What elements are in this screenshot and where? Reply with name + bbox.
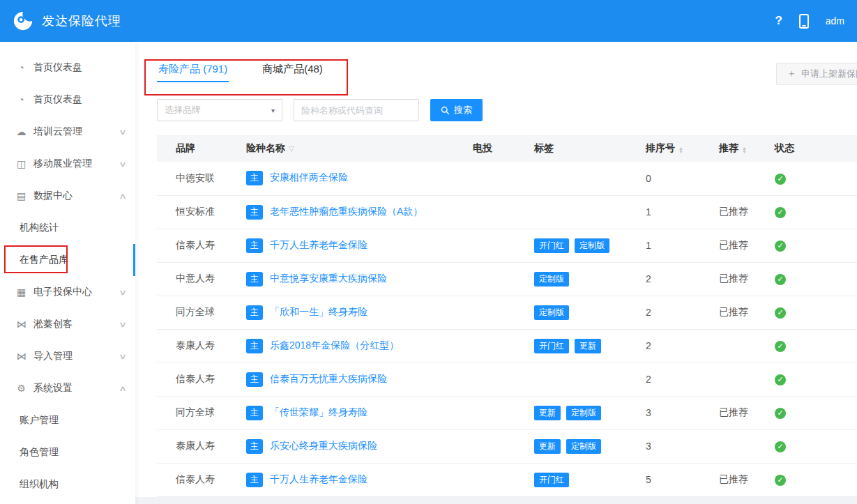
- sidebar-subitem[interactable]: 账户管理: [0, 404, 135, 436]
- col-brand-label: 品牌: [176, 142, 195, 153]
- sort-carets-icon[interactable]: ▲▼: [742, 146, 747, 153]
- tag-badge: 定制版: [566, 406, 601, 420]
- product-link[interactable]: 老年恶性肿瘤危重疾病保险（A款）: [270, 206, 423, 217]
- name-cell: 主千万人生养老年金保险: [241, 229, 467, 262]
- product-link[interactable]: 乐鑫2018年金保险（分红型）: [270, 339, 399, 351]
- product-link[interactable]: 「欣和一生」终身寿险: [270, 306, 367, 317]
- col-sort[interactable]: 排序号▲▼: [640, 135, 713, 162]
- content-area: 寿险产品 (791)商城产品(48) 选择品牌 ▾ 搜索: [135, 42, 857, 504]
- sort-cell: 2: [640, 329, 713, 362]
- status-ok-icon: ✓: [775, 441, 786, 452]
- main-badge: 主: [246, 473, 263, 487]
- sidebar-item[interactable]: ▤数据中心∧: [0, 180, 135, 212]
- dashboard-icon: ◔: [15, 62, 27, 73]
- epolicy-cell: [467, 229, 529, 262]
- chevron-up-icon: ∧: [119, 192, 127, 201]
- search-button[interactable]: 搜索: [430, 99, 483, 121]
- sidebar-item[interactable]: ⚙系统设置∧: [0, 372, 135, 404]
- main-layout: ◔首页仪表盘◔首页仪表盘☁培训云管理∨◫移动展业管理∨▤数据中心∧机构统计在售产…: [0, 42, 857, 504]
- app-title: 发达保险代理: [42, 13, 121, 29]
- search-icon: [441, 106, 450, 115]
- product-link[interactable]: 「传世荣耀」终身寿险: [270, 406, 367, 418]
- col-recommend[interactable]: 推荐▲▼: [713, 135, 769, 162]
- tab[interactable]: 寿险产品 (791): [157, 60, 229, 82]
- status-cell: ✓: [769, 463, 857, 496]
- filter-row: 选择品牌 ▾ 搜索: [157, 99, 857, 121]
- sidebar-item-label: 首页仪表盘: [33, 93, 126, 106]
- search-input[interactable]: [294, 99, 419, 121]
- main-badge: 主: [246, 238, 263, 253]
- help-icon[interactable]: ?: [775, 14, 782, 28]
- table-row: 信泰人寿主信泰百万无忧重大疾病保险2✓: [157, 362, 857, 396]
- sort-cell: 0: [640, 162, 713, 195]
- product-link[interactable]: 乐安心终身重大疾病保险: [270, 440, 377, 451]
- status-ok-icon: ✓: [775, 374, 786, 385]
- col-epolicy-label: 电投: [473, 142, 492, 153]
- recommend-cell: [713, 329, 769, 362]
- sidebar-subitem[interactable]: 机构统计: [0, 212, 135, 244]
- filter-funnel-icon[interactable]: ▽: [289, 145, 294, 153]
- main-badge: 主: [246, 272, 263, 287]
- chevron-down-icon: ∨: [119, 352, 127, 361]
- tags-cell: 开门红更新: [529, 329, 640, 362]
- sidebar-item[interactable]: ◔首页仪表盘: [0, 52, 135, 84]
- sidebar: ◔首页仪表盘◔首页仪表盘☁培训云管理∨◫移动展业管理∨▤数据中心∧机构统计在售产…: [0, 42, 135, 504]
- product-link[interactable]: 千万人生养老年金保险: [270, 239, 367, 250]
- col-epolicy: 电投: [467, 135, 529, 162]
- sidebar-item[interactable]: ◫移动展业管理∨: [0, 148, 135, 180]
- chevron-down-icon: ∨: [119, 320, 127, 329]
- tag-badge: 定制版: [534, 272, 569, 287]
- epolicy-cell: [467, 162, 529, 195]
- import-icon: ⋈: [15, 351, 27, 362]
- mobile-app-icon[interactable]: [799, 14, 809, 29]
- col-name: 险种名称▽: [241, 135, 467, 162]
- sidebar-subitem[interactable]: 在售产品库: [0, 244, 135, 276]
- sidebar-item[interactable]: ⋈导入管理∨: [0, 340, 135, 372]
- tab[interactable]: 商城产品(48): [261, 60, 324, 82]
- status-cell: ✓: [769, 262, 857, 296]
- add-product-button[interactable]: ＋ 申请上架新保险产: [776, 63, 857, 85]
- status-ok-icon: ✓: [775, 207, 786, 218]
- product-link[interactable]: 安康相伴两全保险: [270, 171, 348, 183]
- product-link[interactable]: 中意悦享安康重大疾病保险: [270, 273, 387, 284]
- user-menu[interactable]: adm: [826, 15, 844, 26]
- sidebar-subitem[interactable]: 角色管理: [0, 436, 135, 468]
- sidebar-item-label: 数据中心: [33, 190, 120, 202]
- sort-carets-icon[interactable]: ▲▼: [678, 146, 683, 153]
- tags-cell: 更新定制版: [529, 429, 640, 463]
- sidebar-item[interactable]: ☁培训云管理∨: [0, 116, 135, 148]
- name-cell: 主中意悦享安康重大疾病保险: [241, 262, 467, 296]
- gear-icon: ⚙: [15, 383, 27, 394]
- table-row: 中意人寿主中意悦享安康重大疾病保险定制版2已推荐✓: [157, 262, 857, 296]
- table-row: 同方全球主「欣和一生」终身寿险定制版2已推荐✓: [157, 296, 857, 329]
- product-link[interactable]: 千万人生养老年金保险: [270, 473, 367, 484]
- main-badge: 主: [246, 305, 263, 320]
- sidebar-item-label: 首页仪表盘: [33, 61, 126, 74]
- main-badge: 主: [246, 372, 263, 387]
- name-cell: 主千万人生养老年金保险: [241, 463, 467, 496]
- sidebar-item[interactable]: ▦电子投保中心∨: [0, 276, 135, 308]
- main-badge: 主: [246, 439, 263, 454]
- tabs: 寿险产品 (791)商城产品(48): [157, 60, 857, 92]
- tag-badge: 定制版: [534, 305, 569, 320]
- recommend-cell: [713, 162, 769, 195]
- recommend-cell: 已推荐: [713, 195, 769, 229]
- sidebar-item[interactable]: ◔首页仪表盘: [0, 84, 135, 116]
- table-row: 中德安联主安康相伴两全保险0✓: [157, 162, 857, 195]
- main-badge: 主: [246, 171, 263, 185]
- sidebar-subitem[interactable]: 组织机构: [0, 468, 135, 501]
- brand-select[interactable]: 选择品牌 ▾: [157, 99, 282, 121]
- topbar-right: ? adm: [775, 14, 844, 29]
- chevron-down-icon: ∨: [119, 160, 127, 169]
- chevron-down-icon: ∨: [119, 128, 127, 137]
- sidebar-item[interactable]: ⋈淞蓁创客∨: [0, 308, 135, 340]
- col-sort-label: 排序号: [646, 142, 675, 153]
- tag-badge: 更新: [534, 439, 561, 454]
- tag-badge: 定制版: [575, 238, 609, 253]
- epolicy-cell: [467, 429, 529, 463]
- recommend-cell: 已推荐: [713, 262, 769, 296]
- status-cell: ✓: [769, 396, 857, 429]
- name-cell: 主「传世荣耀」终身寿险: [241, 396, 467, 429]
- product-link[interactable]: 信泰百万无忧重大疾病保险: [270, 373, 387, 384]
- status-ok-icon: ✓: [775, 408, 786, 419]
